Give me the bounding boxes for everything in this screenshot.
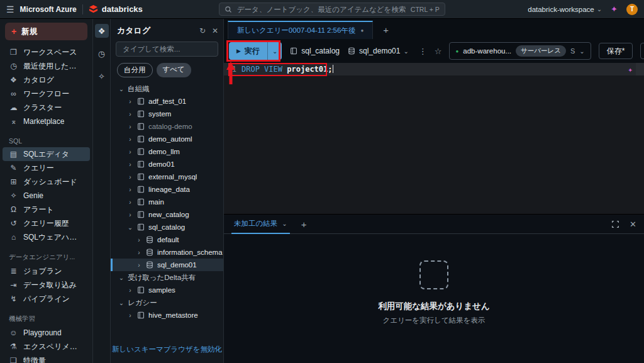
favorite-star-icon[interactable]: ☆ xyxy=(435,47,442,56)
sidebar-section-machine-learning: 機械学習 xyxy=(0,306,92,326)
tree-schema-sql-demo01[interactable]: ›sql_demo01 xyxy=(111,259,223,271)
catalog-search-box[interactable] xyxy=(116,42,218,57)
tree-catalog-main[interactable]: ›main xyxy=(111,196,223,208)
sidebar-item-recents[interactable]: ◷最近使用したアイテ... xyxy=(3,59,90,73)
tree-catalog-system[interactable]: ›system xyxy=(111,108,223,120)
disable-schema-browser-link[interactable]: 新しいスキーマブラウザを無効化 xyxy=(112,345,222,353)
tree-catalog-new-catalog[interactable]: ›new_catalog xyxy=(111,208,223,221)
warehouse-selector[interactable]: ● adb-warehou... サーバーレス S ⌄ xyxy=(449,42,591,60)
tree-catalog-adf-test-01[interactable]: ›adf_test_01 xyxy=(111,95,223,108)
workspace-picker[interactable]: databrick-workspace ⌄ xyxy=(528,6,602,13)
new-query-tab-button[interactable]: + xyxy=(383,25,389,35)
run-button[interactable]: ▶ 実行 ⌄ xyxy=(229,42,282,60)
chevron-right-icon: › xyxy=(127,161,133,168)
tree-catalog-demo01[interactable]: ›demo01 xyxy=(111,158,223,170)
tree-group-delta-shares[interactable]: ⌄受け取ったDelta共有 xyxy=(111,271,223,284)
sidebar-item-alerts[interactable]: Ωアラート xyxy=(3,203,90,216)
sidebar-section-sql: SQL xyxy=(0,128,92,147)
sidebar-item-genie[interactable]: ✧Genie xyxy=(3,189,90,203)
list-icon: ≣ xyxy=(9,267,18,276)
rail-history-icon[interactable]: ◷ xyxy=(95,47,109,60)
tree-catalog-demo-automl[interactable]: ›demo_automl xyxy=(111,133,223,145)
sidebar-item-queries[interactable]: ✎クエリー xyxy=(3,161,90,175)
global-search-input[interactable] xyxy=(236,5,407,14)
sql-code-line[interactable]: DROP VIEW project01; xyxy=(242,65,333,74)
rail-catalog-icon[interactable]: ❖ xyxy=(95,24,109,38)
global-search-box[interactable]: CTRL + P xyxy=(219,3,445,16)
sidebar-item-pipelines[interactable]: ↯パイプライン xyxy=(3,292,90,306)
sidebar-item-workspace[interactable]: ❐ワークスペース xyxy=(3,45,90,59)
chevron-right-icon: › xyxy=(136,262,142,269)
sidebar-item-clusters[interactable]: ☁クラスター xyxy=(3,101,90,114)
sidebar-item-playground[interactable]: ☺Playground xyxy=(3,326,90,340)
sql-code-editor[interactable]: 1 DROP VIEW project01; ✦ xyxy=(224,63,644,214)
databricks-brand[interactable]: databricks xyxy=(89,4,143,14)
hamburger-menu-icon[interactable]: ☰ xyxy=(6,4,14,14)
save-button[interactable]: 保存* xyxy=(599,43,633,59)
tree-catalog-hive-metastore[interactable]: ›hive_metastore xyxy=(111,309,223,321)
catalog-icon xyxy=(136,311,145,320)
schema-selector[interactable]: sql_demo01 ⌄ xyxy=(347,47,409,55)
filter-all-pill[interactable]: すべて xyxy=(157,63,191,77)
assistant-sparkle-icon[interactable]: ✦ xyxy=(611,4,618,14)
text-caret xyxy=(333,65,334,73)
close-icon[interactable]: ✕ xyxy=(212,26,218,35)
catalog-search-input[interactable] xyxy=(121,45,213,53)
microsoft-azure-brand: Microsoft Azure xyxy=(20,5,77,14)
run-button-main[interactable]: ▶ 実行 xyxy=(229,42,267,60)
robot-icon: ☺ xyxy=(9,328,18,337)
sidebar-item-job-runs[interactable]: ≣ジョブラン xyxy=(3,264,90,278)
sidebar-item-dashboards[interactable]: ⊞ダッシュボード xyxy=(3,175,90,189)
sidebar-item-workflows[interactable]: ∞ワークフロー xyxy=(3,87,90,101)
sidebar-item-catalog[interactable]: ❖カタログ xyxy=(3,73,90,87)
databricks-brand-label: databricks xyxy=(102,4,143,14)
serverless-badge: サーバーレス xyxy=(516,45,566,57)
tree-catalog-demo-llm[interactable]: ›demo_llm xyxy=(111,145,223,158)
sidebar-item-sql-warehouses[interactable]: ⌂SQLウェアハウス xyxy=(3,230,90,244)
clock-icon: ◷ xyxy=(9,62,18,70)
schema-icon xyxy=(347,47,356,55)
tree-schema-default[interactable]: ›default xyxy=(111,233,223,246)
editor-active-line[interactable]: 1 DROP VIEW project01; xyxy=(224,63,644,75)
play-icon: ▶ xyxy=(236,48,241,54)
expand-icon[interactable] xyxy=(611,220,619,228)
warehouse-icon: ⌂ xyxy=(9,233,18,242)
new-button[interactable]: + 新規 xyxy=(5,23,87,40)
sidebar-item-query-history[interactable]: ↺クエリー履歴 xyxy=(3,216,90,230)
sidebar-item-data-ingestion[interactable]: ⇥データ取り込み xyxy=(3,278,90,292)
chevron-right-icon: › xyxy=(127,111,133,118)
tree-catalog-external-mysql[interactable]: ›external_mysql xyxy=(111,170,223,183)
tree-catalog-catalog-demo[interactable]: ›catalog-demo xyxy=(111,120,223,133)
run-options-chevron[interactable]: ⌄ xyxy=(267,42,282,60)
workspace-icon: ❐ xyxy=(9,48,18,57)
filter-for-me-pill[interactable]: 自分用 xyxy=(117,63,153,77)
history-icon: ↺ xyxy=(9,219,18,228)
query-tab[interactable]: 新しいクエリー0007-04-11 2:56午後 ● xyxy=(228,21,373,39)
sidebar-item-features[interactable]: ❏特徴量 xyxy=(3,354,90,363)
catalog-icon xyxy=(136,172,145,181)
schedule-button[interactable]: スケジュール xyxy=(640,43,644,59)
kebab-menu-icon[interactable]: ⋮ xyxy=(419,47,427,56)
sidebar-item-marketplace[interactable]: ⌅Marketplace xyxy=(3,114,90,128)
editor-scrollbar[interactable] xyxy=(636,63,644,75)
tree-group-legacy[interactable]: ⌄レガシー xyxy=(111,296,223,309)
tree-catalog-samples[interactable]: ›samples xyxy=(111,284,223,296)
user-avatar[interactable]: T xyxy=(626,4,638,15)
tree-group-my-organization[interactable]: ⌄自組織 xyxy=(111,82,223,95)
editor-assistant-sparkle-icon[interactable]: ✦ xyxy=(628,65,633,74)
add-results-tab-button[interactable]: + xyxy=(301,219,307,230)
refresh-icon[interactable]: ↻ xyxy=(199,26,206,35)
top-bar: ☰ Microsoft Azure databricks CTRL + P da… xyxy=(0,0,644,19)
rail-assistant-icon[interactable]: ✧ xyxy=(95,69,109,83)
catalog-selector[interactable]: sql_catalog xyxy=(289,47,340,55)
chevron-down-icon: ⌄ xyxy=(127,224,133,231)
tree-catalog-sql-catalog[interactable]: ⌄sql_catalog xyxy=(111,221,223,233)
raw-results-tab[interactable]: 未加工の結果 ⌄ xyxy=(231,215,290,234)
plus-icon: + xyxy=(11,26,16,36)
close-results-icon[interactable]: ✕ xyxy=(630,220,636,229)
tree-schema-information-schema[interactable]: ›information_schema xyxy=(111,246,223,259)
run-button-label: 実行 xyxy=(245,46,260,57)
sidebar-item-sql-editor[interactable]: ▤SQLエディタ xyxy=(3,147,90,161)
sidebar-item-experiments[interactable]: ⚗エクスペリメント xyxy=(3,340,90,354)
tree-catalog-lineage-data[interactable]: ›lineage_data xyxy=(111,183,223,196)
